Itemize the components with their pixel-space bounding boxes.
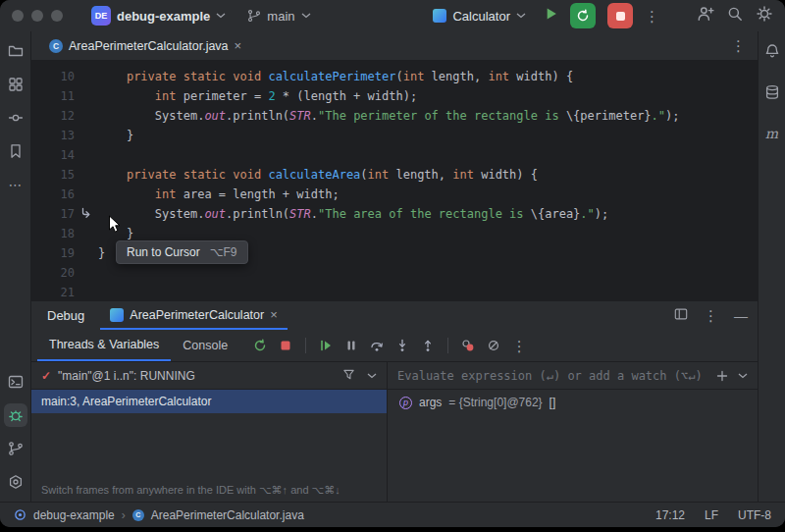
folder-icon — [8, 43, 24, 59]
stop-button[interactable] — [273, 333, 298, 358]
play-icon — [545, 7, 558, 21]
terminal-tool-button[interactable] — [4, 370, 27, 394]
add-watch-icon[interactable] — [716, 370, 728, 382]
tab-threads-variables[interactable]: Threads & Variables — [37, 330, 171, 361]
search-button[interactable] — [726, 5, 744, 27]
gutter — [75, 185, 98, 204]
code-text: int perimeter = 2 * (length + width); — [98, 86, 417, 106]
stack-frame-item[interactable]: main:3, AreaPerimeterCalculator — [31, 390, 387, 413]
tooltip-shortcut: ⌥F9 — [210, 245, 237, 259]
step-out-button[interactable] — [415, 333, 441, 358]
run-to-cursor-icon[interactable] — [75, 204, 98, 224]
status-widget-icon[interactable] — [14, 508, 26, 521]
evaluate-expression-row[interactable]: Evaluate expression (↵) or add a watch (… — [388, 362, 758, 390]
gutter — [75, 106, 98, 126]
notifications-button[interactable] — [760, 39, 784, 63]
zoom-window-button[interactable] — [51, 10, 63, 22]
git-branch-icon — [247, 9, 261, 23]
run-configuration-widget[interactable]: Calculator — [426, 6, 533, 27]
debug-tool-button[interactable] — [4, 403, 27, 427]
status-file[interactable]: AreaPerimeterCalculator.java — [151, 508, 304, 522]
code-text: } — [98, 243, 105, 263]
chevron-down-icon[interactable] — [367, 373, 377, 379]
project-tool-button[interactable] — [4, 39, 27, 63]
structure-tool-button[interactable] — [4, 73, 27, 96]
debug-restart-button[interactable] — [570, 3, 596, 28]
close-session-button[interactable]: × — [270, 307, 278, 322]
minimize-window-button[interactable] — [31, 10, 43, 22]
add-user-button[interactable] — [697, 5, 714, 27]
more-tool-windows-button[interactable]: ⋯ — [4, 173, 27, 196]
commit-tool-button[interactable] — [4, 106, 27, 130]
branch-widget[interactable]: main — [240, 6, 317, 27]
mute-breakpoints-icon — [487, 339, 500, 352]
editor-tab[interactable]: C AreaPerimeterCalculator.java × — [39, 31, 251, 60]
stop-process-button[interactable] — [607, 3, 633, 28]
filter-frames-button[interactable] — [342, 368, 355, 384]
tab-console[interactable]: Console — [171, 330, 239, 361]
maven-tool-button[interactable]: m — [760, 122, 784, 145]
statusbar: debug-example › C AreaPerimeterCalculato… — [0, 502, 785, 527]
variable-item[interactable]: p args = {String[0]@762} [] — [388, 390, 758, 415]
code-line: 20 — [31, 263, 758, 283]
close-window-button[interactable] — [12, 10, 24, 22]
services-tool-button[interactable] — [4, 470, 27, 494]
threads-panel: ✓ "main"@1 i..n": RUNNING main:3, AreaPe… — [31, 362, 388, 502]
step-over-icon — [370, 339, 384, 352]
java-class-icon: C — [132, 509, 144, 521]
step-into-button[interactable] — [390, 333, 415, 358]
code-editor[interactable]: 10 private static void calculatePerimete… — [31, 61, 758, 300]
hide-tool-window-button[interactable]: — — [734, 308, 748, 324]
gutter — [75, 126, 98, 145]
toolbar-more-button[interactable]: ⋮ — [506, 333, 532, 358]
bookmarks-tool-button[interactable] — [4, 139, 27, 163]
code-text: System.out.println(STR."The area of the … — [98, 204, 608, 224]
line-number[interactable]: 16 — [31, 185, 75, 204]
cursor-position[interactable]: 17:12 — [655, 508, 685, 522]
mouse-cursor — [108, 215, 121, 234]
close-tab-button[interactable]: × — [235, 38, 242, 53]
line-number[interactable]: 21 — [31, 283, 75, 300]
line-number[interactable]: 18 — [31, 224, 75, 243]
debug-toolbar: Threads & Variables Console — [31, 330, 758, 362]
line-number[interactable]: 20 — [31, 263, 75, 283]
pause-button[interactable] — [339, 333, 364, 358]
bug-icon — [8, 407, 24, 423]
frames-hint: Switch frames from anywhere in the IDE w… — [41, 484, 340, 497]
watch-actions — [716, 370, 748, 382]
step-over-button[interactable] — [364, 333, 390, 358]
line-number[interactable]: 11 — [31, 86, 75, 106]
file-encoding[interactable]: UTF-8 — [738, 508, 771, 522]
chevron-down-icon[interactable] — [738, 373, 748, 379]
resume-button[interactable] — [313, 333, 339, 358]
settings-button[interactable] — [756, 5, 773, 27]
mute-breakpoints-button[interactable] — [481, 333, 506, 358]
more-actions-button[interactable]: ⋮ — [645, 9, 659, 24]
debug-session-tab[interactable]: AreaPerimeterCalculator × — [100, 301, 287, 330]
chevron-down-icon — [516, 13, 526, 19]
debug-header: Debug AreaPerimeterCalculator × ⋮ — — [31, 300, 758, 330]
line-number[interactable]: 14 — [31, 145, 75, 165]
line-separator[interactable]: LF — [705, 508, 718, 522]
terminal-icon — [8, 374, 24, 390]
database-tool-button[interactable] — [760, 80, 784, 104]
project-widget[interactable]: DE debug-example — [84, 3, 233, 28]
status-project[interactable]: debug-example — [33, 508, 115, 522]
line-number[interactable]: 13 — [31, 126, 75, 145]
view-breakpoints-button[interactable] — [455, 333, 481, 358]
line-number[interactable]: 12 — [31, 106, 75, 126]
debug-more-button[interactable]: ⋮ — [704, 308, 718, 323]
line-number[interactable]: 19 — [31, 243, 75, 263]
line-number[interactable]: 10 — [31, 67, 75, 86]
line-number[interactable]: 17 — [31, 204, 75, 224]
project-name: debug-example — [117, 9, 210, 24]
layout-settings-button[interactable] — [674, 307, 688, 325]
line-number[interactable]: 15 — [31, 165, 75, 185]
thread-status-row[interactable]: ✓ "main"@1 i..n": RUNNING — [31, 362, 387, 390]
rerun-button[interactable] — [247, 333, 273, 358]
git-tool-button[interactable] — [4, 437, 27, 460]
step-out-icon — [421, 339, 435, 352]
editor-options-button[interactable]: ⋮ — [731, 38, 746, 53]
code-line: 15 private static void calculateArea(int… — [31, 165, 758, 185]
run-button[interactable] — [545, 7, 558, 25]
